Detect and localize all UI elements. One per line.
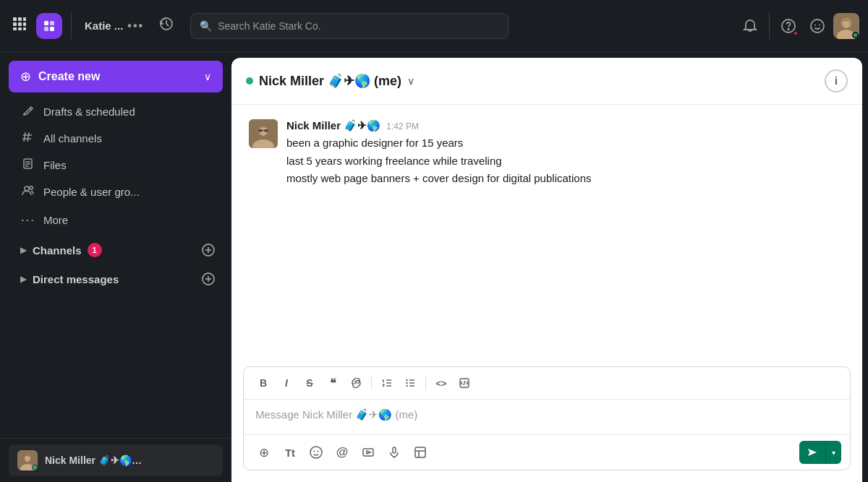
- send-button[interactable]: [799, 441, 825, 464]
- text-format-button[interactable]: Tt: [278, 441, 302, 464]
- create-new-left: ⊕ Create new: [20, 69, 100, 85]
- chat-title-chevron-icon: ∨: [407, 75, 414, 87]
- svg-rect-76: [415, 447, 425, 457]
- svg-rect-3: [13, 22, 17, 26]
- add-attachment-button[interactable]: ⊕: [252, 441, 276, 464]
- svg-rect-1: [18, 17, 22, 21]
- svg-point-15: [788, 28, 789, 30]
- svg-rect-6: [13, 27, 17, 30]
- ordered-list-button[interactable]: [376, 373, 398, 393]
- svg-point-17: [814, 24, 816, 25]
- unordered-list-button[interactable]: [399, 373, 421, 393]
- shortcuts-button[interactable]: [357, 441, 380, 464]
- svg-point-16: [811, 20, 824, 33]
- create-new-chevron-icon: ∨: [204, 71, 211, 82]
- chat-messages: Nick Miller 🧳✈🌎 1:42 PM been a graphic d…: [231, 105, 862, 366]
- svg-rect-10: [50, 21, 54, 25]
- canvas-button[interactable]: [409, 441, 432, 464]
- svg-rect-5: [23, 22, 26, 26]
- svg-line-67: [467, 383, 468, 384]
- message-header: Nick Miller 🧳✈🌎 1:42 PM: [286, 119, 845, 132]
- send-dropdown-button[interactable]: ▾: [825, 441, 841, 464]
- chat-info-button[interactable]: i: [825, 69, 848, 92]
- workspace-more-icon: •••: [127, 20, 144, 33]
- svg-rect-47: [264, 129, 268, 132]
- channels-badge: 1: [88, 243, 102, 257]
- svg-point-61: [406, 382, 407, 384]
- sidebar-user-item[interactable]: Nick Miller 🧳✈🌎…: [9, 444, 223, 476]
- message-row: Nick Miller 🧳✈🌎 1:42 PM been a graphic d…: [249, 119, 845, 189]
- user-online-indicator: [852, 32, 859, 38]
- svg-marker-73: [367, 451, 370, 454]
- message-author: Nick Miller 🧳✈🌎: [286, 119, 380, 132]
- sidebar-user-name: Nick Miller 🧳✈🌎…: [45, 455, 142, 466]
- help-button[interactable]: [775, 13, 801, 39]
- search-bar[interactable]: 🔍 Search Katie Stark Co.: [190, 13, 509, 39]
- link-button[interactable]: [345, 373, 367, 393]
- dm-section-label: Direct messages: [33, 273, 119, 285]
- history-icon[interactable]: [154, 12, 179, 40]
- svg-rect-2: [23, 17, 26, 21]
- channels-section-header[interactable]: ▶ Channels 1: [6, 234, 226, 263]
- drafts-icon: [20, 104, 35, 119]
- code-block-button[interactable]: [454, 373, 475, 393]
- people-label: People & user gro...: [43, 186, 140, 198]
- chat-header: Nick Miller 🧳✈🌎 (me) ∨ i: [231, 58, 862, 105]
- help-notification-dot: [793, 30, 799, 36]
- allchannels-label: All channels: [43, 132, 102, 145]
- grid-icon[interactable]: [9, 13, 30, 38]
- composer-input[interactable]: Message Nick Miller 🧳✈🌎 (me): [244, 400, 850, 434]
- topbar-right: [737, 13, 859, 39]
- channels-chevron-icon: ▶: [20, 245, 27, 255]
- workspace-name-text: Katie ...: [85, 20, 123, 32]
- create-new-label: Create new: [38, 70, 100, 83]
- sidebar-item-more[interactable]: ⋯ More: [6, 205, 226, 234]
- chat-header-name[interactable]: Nick Miller 🧳✈🌎 (me) ∨: [246, 73, 414, 89]
- emoji-button[interactable]: [804, 13, 830, 39]
- mention-button[interactable]: @: [331, 441, 354, 464]
- italic-button[interactable]: I: [276, 373, 297, 393]
- chat-title: Nick Miller 🧳✈🌎 (me): [259, 73, 401, 89]
- message-time: 1:42 PM: [386, 121, 419, 132]
- emoji-picker-button[interactable]: [305, 441, 328, 464]
- bold-button[interactable]: B: [252, 373, 274, 393]
- svg-line-25: [27, 132, 29, 142]
- toolbar-divider-1: [371, 376, 372, 390]
- channels-add-icon[interactable]: [200, 241, 217, 259]
- svg-rect-4: [18, 22, 22, 26]
- create-new-button[interactable]: ⊕ Create new ∨: [9, 61, 223, 92]
- drafts-label: Drafts & scheduled: [43, 106, 135, 118]
- blockquote-button[interactable]: ❝: [322, 373, 344, 393]
- workspace-name[interactable]: Katie ... •••: [80, 17, 148, 35]
- sidebar-item-allchannels[interactable]: All channels: [6, 125, 226, 152]
- svg-line-68: [464, 381, 465, 385]
- direct-messages-section-header[interactable]: ▶ Direct messages: [6, 263, 226, 292]
- strikethrough-button[interactable]: S: [299, 373, 320, 393]
- dm-add-icon[interactable]: [200, 270, 217, 288]
- message-avatar: [249, 119, 278, 148]
- composer-bottom-bar: ⊕ Tt @: [244, 434, 850, 470]
- send-button-group: ▾: [799, 441, 841, 464]
- svg-point-33: [29, 186, 32, 189]
- notifications-button[interactable]: [737, 13, 763, 39]
- topbar-divider-1: [71, 13, 72, 39]
- workspace-logo[interactable]: [36, 13, 62, 39]
- code-button[interactable]: <>: [430, 373, 452, 393]
- create-new-plus-icon: ⊕: [20, 69, 31, 85]
- files-label: Files: [43, 159, 67, 171]
- svg-point-60: [406, 379, 407, 381]
- search-icon: 🔍: [200, 20, 212, 32]
- sidebar-item-drafts[interactable]: Drafts & scheduled: [6, 98, 226, 125]
- svg-rect-8: [23, 27, 26, 30]
- sidebar-item-files[interactable]: Files: [6, 152, 226, 178]
- svg-line-23: [30, 108, 31, 110]
- chat-online-dot: [246, 77, 253, 85]
- channels-section-label: Channels: [33, 244, 82, 257]
- audio-record-button[interactable]: [383, 441, 406, 464]
- svg-rect-0: [13, 17, 17, 21]
- user-avatar-button[interactable]: [833, 13, 859, 39]
- composer-placeholder: Message Nick Miller 🧳✈🌎 (me): [255, 408, 417, 421]
- svg-point-71: [318, 451, 319, 452]
- sidebar-item-people[interactable]: People & user gro...: [6, 178, 226, 205]
- topbar-divider-2: [769, 13, 770, 39]
